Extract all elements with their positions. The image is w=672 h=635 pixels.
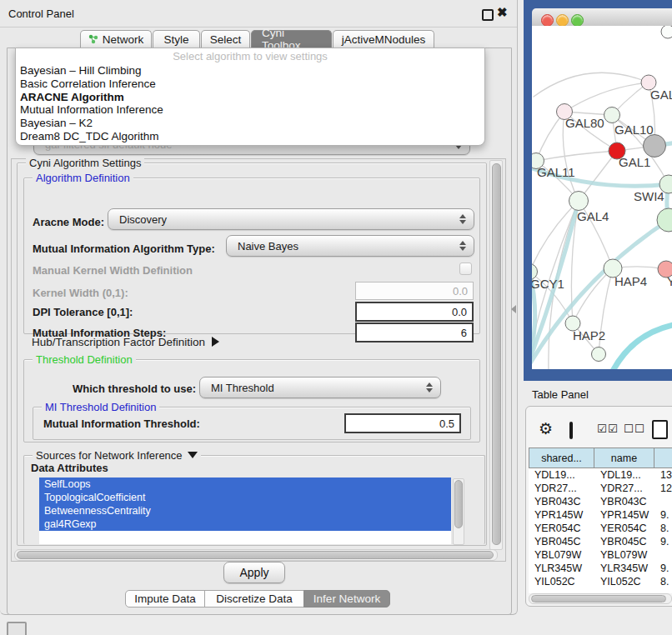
table-cell[interactable]: YPR145W [594,508,654,522]
hub-definition-toggle[interactable]: Hub/Transcription Factor Definition [32,336,219,348]
attribute-item[interactable]: SelfLoops [39,478,451,491]
node-GAL4[interactable] [569,192,589,211]
table-cell[interactable]: YIL052C [529,575,594,587]
dpi-tolerance-field[interactable]: 0.0 [355,302,474,322]
attribute-item[interactable]: BetweennessCentrality [39,504,451,518]
mi-type-combo[interactable]: Naive Bayes [226,235,474,257]
algorithm-option[interactable]: Bayesian – K2 [16,117,484,130]
sources-title[interactable]: Sources for Network Inference [33,449,201,462]
combo-stepper-icon[interactable] [426,382,433,392]
table-cell[interactable] [654,548,672,562]
table-cell[interactable]: YIL052C [594,575,654,587]
combo-stepper-icon[interactable] [459,214,466,224]
select-all-columns-icon[interactable]: ☑☑ [597,422,619,435]
edge-GAL80-GAL11[interactable] [536,112,564,161]
deselect-all-columns-icon[interactable]: ☐☐ [624,422,645,435]
table-cell[interactable]: YBR043C [594,495,654,508]
table-row[interactable]: YIL052CYIL052C8. [529,575,672,587]
table-cell[interactable]: YLR345W [594,562,654,575]
table-row[interactable]: YBR045CYBR045C9. [529,535,672,548]
attribute-item[interactable]: TopologicalCoefficient [39,491,451,504]
table-cell[interactable]: YBR045C [529,535,594,548]
node-whitetop[interactable] [661,26,672,38]
tab-style[interactable]: Style [153,30,200,48]
table-cell[interactable]: YDL19... [529,468,594,482]
settings-vertical-scrollbar[interactable] [489,160,503,550]
minimized-panel-icon[interactable] [7,622,27,635]
table-cell[interactable]: YPR145W [529,508,594,522]
kernel-width-field[interactable]: 0.0 [355,282,474,300]
combo-stepper-icon[interactable] [459,241,466,251]
algorithm-option[interactable]: Bayesian – Hill Climbing [16,64,484,78]
table-cell[interactable]: YDR27... [594,482,654,495]
minimize-traffic-light-icon[interactable] [556,14,569,27]
tab-network[interactable]: Network [80,30,152,48]
close-traffic-light-icon[interactable] [541,14,554,27]
edge-GAL1-GAL11[interactable] [536,151,617,161]
apply-button[interactable]: Apply [223,562,285,583]
new-table-icon[interactable] [652,420,668,439]
table-row[interactable]: YBL079WYBL079W [529,548,672,562]
mi-steps-field[interactable]: 6 [355,322,474,342]
table-cell[interactable]: 8. [654,575,672,587]
bottom-tab-discretize-data[interactable]: Discretize Data [204,590,304,608]
table-cell[interactable]: 8. [654,522,672,535]
tab-select[interactable]: Select [201,30,250,48]
algorithm-option[interactable]: Dream8 DC_TDC Algorithm [16,130,484,143]
table-cell[interactable]: 9. [654,535,672,548]
table-cell[interactable]: YDL19... [594,468,654,482]
algorithm-option[interactable]: ARACNE Algorithm [16,91,484,104]
bottom-tab-impute-data[interactable]: Impute Data [125,590,205,608]
edge-aB2-aBR[interactable] [611,324,672,369]
table-cell[interactable]: YER054C [594,522,654,535]
table-row[interactable]: YBR043CYBR043C [529,495,672,508]
tab-cyni-toolbox[interactable]: Cyni Toolbox [251,30,332,48]
columns-icon[interactable] [569,422,573,439]
network-canvas[interactable]: GALGAL80GAL10GAL1GAL11SWI4GAL4GCY1HAP4YH… [532,26,672,369]
node-greenb[interactable] [592,348,606,362]
manual-kernel-checkbox[interactable] [459,262,472,275]
table-horizontal-scrollbar[interactable] [529,593,672,604]
table-row[interactable]: YDR27...YDR27...12 [529,482,672,495]
table-cell[interactable]: YBR043C [529,495,594,508]
table-cell[interactable] [654,495,672,508]
table-row[interactable]: YPR145WYPR145W9. [529,508,672,522]
network-window-titlebar[interactable] [532,8,672,27]
edge-GAL80-galpink[interactable] [564,82,649,112]
table-cell[interactable]: 9. [654,508,672,522]
table-cell[interactable]: YDR27... [529,482,594,495]
bottom-tab-infer-network[interactable]: Infer Network [303,590,390,608]
table-row[interactable]: YDL19...YDL19...13 [529,468,672,482]
which-threshold-combo[interactable]: MI Threshold [199,377,441,398]
zoom-traffic-light-icon[interactable] [571,14,584,27]
node-grayn[interactable] [644,135,666,158]
close-icon[interactable]: ✖ [497,5,508,20]
table-cell[interactable]: YER054C [529,522,594,535]
settings-horizontal-scrollbar[interactable] [14,549,498,561]
table-row[interactable]: YLR345WYLR345W9. [529,562,672,575]
column-header[interactable]: name [594,448,654,468]
column-header[interactable] [654,448,672,468]
table-cell[interactable]: YBR045C [594,535,654,548]
aracne-mode-label: Aracne Mode: [33,216,104,228]
table-cell[interactable]: YBL079W [529,548,594,562]
table-cell[interactable]: 13 [654,468,672,482]
float-panel-icon[interactable] [482,9,494,21]
attributes-scrollbar[interactable] [453,478,464,545]
tab-jactivemnodules[interactable]: jActiveMNodules [333,30,434,48]
table-cell[interactable]: YLR345W [529,562,594,575]
table-cell[interactable]: YBL079W [594,548,654,562]
table-cell[interactable]: 12 [654,482,672,495]
aracne-mode-combo[interactable]: Discovery [108,208,474,230]
attribute-item[interactable]: gal4RGexp [39,518,451,531]
tab-label: Style [163,33,188,46]
split-pane-arrow-icon[interactable] [511,305,516,313]
gear-icon[interactable]: ⚙ [539,419,553,438]
mi-threshold-field[interactable]: 0.5 [344,413,461,433]
algorithm-option[interactable]: Basic Correlation Inference [16,78,484,91]
algorithm-option[interactable]: Mutual Information Inference [16,103,484,117]
node-GAL10[interactable] [604,108,620,123]
table-cell[interactable]: 9. [654,562,672,575]
table-row[interactable]: YER054CYER054C8. [529,522,672,535]
column-header[interactable]: shared... [529,448,594,468]
